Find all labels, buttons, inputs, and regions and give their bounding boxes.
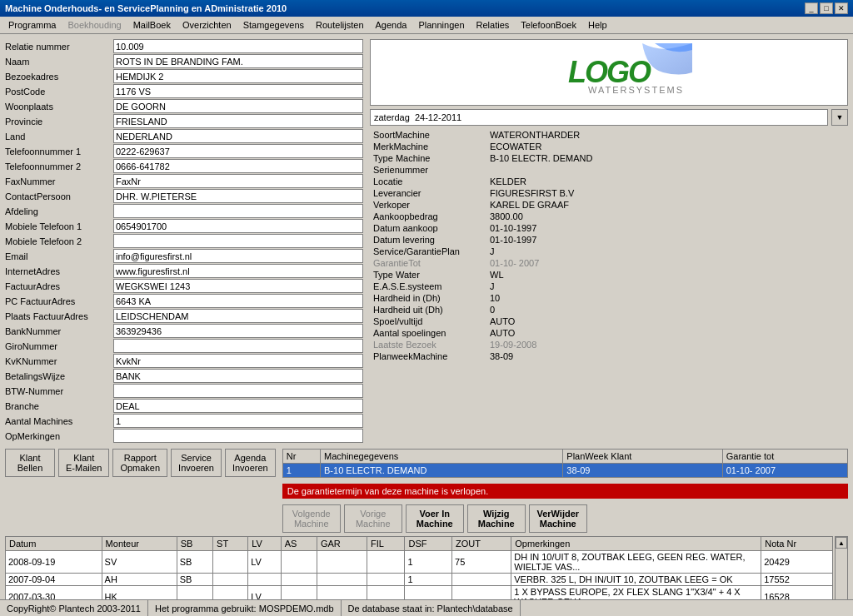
left-form: Relatie nummer Naam Bezoekadres PostCode… bbox=[5, 39, 363, 444]
input-giro[interactable] bbox=[113, 339, 363, 353]
wijzig-machine-button[interactable]: WijzigMachine bbox=[467, 504, 526, 533]
form-row: Bezoekadres bbox=[5, 69, 363, 83]
menu-planningen[interactable]: Planningen bbox=[413, 18, 469, 32]
scroll-up-button[interactable]: ▲ bbox=[836, 537, 847, 549]
cell-st bbox=[213, 586, 248, 601]
mi-label-datum-aankoop: Datum aankoop bbox=[370, 222, 486, 234]
date-picker-button[interactable]: ▼ bbox=[831, 109, 848, 126]
input-afdeling[interactable] bbox=[113, 204, 363, 218]
form-row: Relatie nummer bbox=[5, 39, 363, 53]
menu-stamgegevens[interactable]: Stamgegevens bbox=[238, 18, 309, 32]
service-row[interactable]: 2007-03-30 HK LV 1 X BYPASS EUROPE, 2X F… bbox=[6, 586, 833, 601]
cell-gar bbox=[317, 574, 367, 586]
col-monteur: Monteur bbox=[102, 537, 177, 551]
service-row[interactable]: 2007-09-04 AH SB 1 VERBR. 325 L, DH IN/U… bbox=[6, 574, 833, 586]
input-naam[interactable] bbox=[113, 54, 363, 68]
cell-monteur: SV bbox=[102, 551, 177, 574]
input-email[interactable] bbox=[113, 249, 363, 263]
menu-boekhouding[interactable]: Boekhouding bbox=[62, 18, 126, 32]
mi-label-leverancier: Leverancier bbox=[370, 187, 486, 199]
mi-value-hardheid-uit: 0 bbox=[486, 304, 848, 315]
cell-garantie: 01-10- 2007 bbox=[722, 464, 847, 478]
label-opmerkingen: OpMerkingen bbox=[5, 431, 113, 441]
mi-label-merk: MerkMachine bbox=[370, 141, 486, 152]
service-invoeren-button[interactable]: ServiceInvoeren bbox=[171, 449, 222, 477]
menu-help[interactable]: Help bbox=[583, 18, 612, 32]
menu-telefoonboek[interactable]: TelefoonBoek bbox=[516, 18, 581, 32]
title-bar-buttons[interactable]: _ □ ✕ bbox=[805, 2, 848, 14]
label-aantal-machines: Aantal Machines bbox=[5, 416, 113, 426]
mi-aankoop: Aankoopbedrag 3800.00 bbox=[370, 211, 848, 222]
cell-sb: SB bbox=[177, 574, 212, 586]
input-woonplaats[interactable] bbox=[113, 99, 363, 113]
label-naam: Naam bbox=[5, 57, 113, 67]
verwijder-machine-button[interactable]: VerWijderMachine bbox=[529, 504, 587, 533]
label-btw: BTW-Nummer bbox=[5, 386, 113, 396]
maximize-button[interactable]: □ bbox=[820, 2, 833, 14]
vorige-machine-button[interactable]: VorigeMachine bbox=[344, 504, 402, 533]
form-row: BankNummer bbox=[5, 324, 363, 338]
mi-label-aantal-spoel: Aantal spoelingen bbox=[370, 327, 486, 339]
input-relatie[interactable] bbox=[113, 39, 363, 53]
input-provincie[interactable] bbox=[113, 114, 363, 128]
form-row: Provincie bbox=[5, 114, 363, 128]
input-internet[interactable] bbox=[113, 264, 363, 278]
input-contact[interactable] bbox=[113, 189, 363, 203]
title-bar: Machine Onderhouds- en ServicePlanning e… bbox=[0, 0, 853, 17]
service-scrollbar[interactable]: ▲ ▼ bbox=[835, 536, 848, 600]
col-opmerkingen: Opmerkingen bbox=[511, 537, 761, 551]
rapport-opmaken-button[interactable]: RapportOpmaken bbox=[112, 449, 167, 477]
form-row: Mobiele Telefoon 2 bbox=[5, 234, 363, 248]
input-betaling[interactable] bbox=[113, 369, 363, 383]
klant-emailen-button[interactable]: KlantE-Mailen bbox=[58, 449, 109, 477]
mi-label-planweek: PlanweekMachine bbox=[370, 350, 486, 362]
date-input[interactable] bbox=[370, 109, 828, 126]
menu-mailboek[interactable]: MailBoek bbox=[128, 18, 176, 32]
input-bezoekadres[interactable] bbox=[113, 69, 363, 83]
label-giro: GiroNummer bbox=[5, 341, 113, 351]
mi-value-type-water: WL bbox=[486, 269, 848, 281]
logo-area: LOGO WATERSYSTEMS bbox=[370, 39, 848, 106]
minimize-button[interactable]: _ bbox=[805, 2, 818, 14]
menu-relaties[interactable]: Relaties bbox=[471, 18, 515, 32]
input-postcode[interactable] bbox=[113, 84, 363, 98]
machine-info-table: SoortMachine WATERONTHARDER MerkMachine … bbox=[370, 129, 848, 362]
voer-in-machine-button[interactable]: Voer InMachine bbox=[406, 504, 464, 533]
input-btw[interactable] bbox=[113, 384, 363, 398]
agenda-invoeren-button[interactable]: AgendaInvoeren bbox=[225, 449, 276, 477]
input-mob1[interactable] bbox=[113, 219, 363, 233]
cell-machine: B-10 ELECTR. DEMAND bbox=[321, 464, 563, 478]
machine-table: Nr Machinegegevens PlanWeek Klant Garant… bbox=[282, 449, 848, 478]
input-tel2[interactable] bbox=[113, 159, 363, 173]
menu-agenda[interactable]: Agenda bbox=[371, 18, 412, 32]
col-fil: FIL bbox=[367, 537, 405, 551]
mi-hardheid-uit: Hardheid uit (Dh) 0 bbox=[370, 304, 848, 315]
input-fax[interactable] bbox=[113, 174, 363, 188]
input-kvk[interactable] bbox=[113, 354, 363, 368]
menu-routelijsten[interactable]: Routelijsten bbox=[311, 18, 368, 32]
form-row: GiroNummer bbox=[5, 339, 363, 353]
mi-label-laatste-bezoek: Laatste Bezoek bbox=[370, 339, 486, 350]
label-betaling: BetalingsWijze bbox=[5, 371, 113, 381]
machine-table-row[interactable]: 1 B-10 ELECTR. DEMAND 38-09 01-10- 2007 bbox=[282, 464, 847, 478]
mi-merk: MerkMachine ECOWATER bbox=[370, 141, 848, 152]
input-pc-factuur[interactable] bbox=[113, 294, 363, 308]
form-row: OpMerkingen bbox=[5, 429, 363, 443]
volgende-machine-button[interactable]: VolgendeMachine bbox=[282, 504, 341, 533]
input-bank[interactable] bbox=[113, 324, 363, 338]
menu-programma[interactable]: Programma bbox=[3, 18, 61, 32]
input-land[interactable] bbox=[113, 129, 363, 143]
input-plaats-factuur[interactable] bbox=[113, 309, 363, 323]
input-tel1[interactable] bbox=[113, 144, 363, 158]
input-branche[interactable] bbox=[113, 399, 363, 413]
input-opmerkingen[interactable] bbox=[113, 429, 363, 443]
input-aantal-machines[interactable] bbox=[113, 414, 363, 428]
input-factuur[interactable] bbox=[113, 279, 363, 293]
service-row[interactable]: 2008-09-19 SV SB LV 1 75 DH IN 10/UIT 8,… bbox=[6, 551, 833, 574]
close-button[interactable]: ✕ bbox=[835, 2, 848, 14]
cell-nr: 1 bbox=[282, 464, 320, 478]
input-mob2[interactable] bbox=[113, 234, 363, 248]
menu-overzichten[interactable]: Overzichten bbox=[177, 18, 237, 32]
klant-bellen-button[interactable]: KlantBellen bbox=[5, 449, 55, 477]
form-row: PC FactuurAdres bbox=[5, 294, 363, 308]
